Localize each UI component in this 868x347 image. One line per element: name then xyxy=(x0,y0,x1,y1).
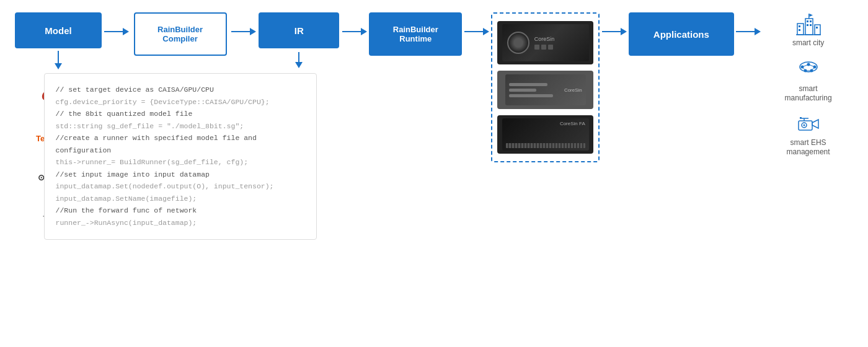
svg-rect-38 xyxy=(800,117,802,118)
svg-rect-14 xyxy=(810,20,812,22)
app-list: smart city smartmanuf xyxy=(785,12,832,157)
gpu-fan-icon xyxy=(507,32,529,54)
svg-rect-12 xyxy=(799,29,800,31)
svg-rect-9 xyxy=(805,19,813,35)
smart-ehs-item: smart EHSmanagement xyxy=(787,115,830,157)
model-node: Model xyxy=(15,12,102,48)
runtime-column: RainBuilder Runtime xyxy=(367,12,465,56)
svg-line-30 xyxy=(812,67,815,71)
applications-node: Applications xyxy=(629,12,734,56)
compiler-column: RainBuilder Compiler // set target devic… xyxy=(129,12,231,240)
svg-rect-11 xyxy=(799,25,800,27)
smart-ehs-icon xyxy=(796,115,821,136)
model-down-arrow xyxy=(55,51,62,69)
device-column: CoreSin xyxy=(489,12,601,162)
arrow-runtime-device xyxy=(464,12,489,35)
smart-ehs-label: smart EHSmanagement xyxy=(787,138,830,157)
smart-city-icon xyxy=(796,12,821,36)
ir-node: IR xyxy=(259,12,339,48)
ir-column: IR xyxy=(256,12,342,68)
code-snippet: // set target device as CAISA/GPU/CPU cf… xyxy=(44,73,317,240)
svg-rect-16 xyxy=(810,24,812,26)
smart-manufacturing-label: smartmanufacturing xyxy=(785,84,832,103)
app-results-column: smart city smartmanuf xyxy=(761,12,856,157)
arrow-model-compiler xyxy=(104,12,129,35)
device-gpu1: CoreSin xyxy=(497,21,593,64)
device-list: CoreSin xyxy=(491,12,600,162)
ir-down-arrow xyxy=(295,52,303,68)
svg-rect-17 xyxy=(816,27,818,29)
arrow-app-results xyxy=(736,12,761,35)
svg-marker-33 xyxy=(812,120,818,128)
arrow-ir-runtime xyxy=(342,12,367,35)
svg-line-29 xyxy=(802,67,805,71)
arrow-device-app xyxy=(602,12,627,35)
svg-rect-19 xyxy=(808,14,810,19)
svg-rect-32 xyxy=(799,121,812,130)
compiler-node: RainBuilder Compiler xyxy=(134,12,227,56)
device-edge2: CoreSin xyxy=(497,71,593,109)
svg-marker-20 xyxy=(809,14,813,17)
runtime-node: RainBuilder Runtime xyxy=(369,12,462,56)
applications-column: Applications xyxy=(627,12,737,56)
svg-point-35 xyxy=(803,124,805,126)
device-pcie3: CoreSin FA xyxy=(497,115,593,154)
smart-city-label: smart city xyxy=(792,38,824,48)
arrow-compiler-ir xyxy=(231,12,256,35)
smart-manufacturing-icon xyxy=(796,59,821,82)
smart-manufacturing-item: smartmanufacturing xyxy=(785,59,832,103)
svg-rect-10 xyxy=(815,25,820,35)
smart-city-item: smart city xyxy=(792,12,824,48)
svg-rect-13 xyxy=(807,20,808,22)
svg-rect-15 xyxy=(807,24,808,26)
diagram-container: Model Caffe TensorFlow xyxy=(0,0,868,347)
